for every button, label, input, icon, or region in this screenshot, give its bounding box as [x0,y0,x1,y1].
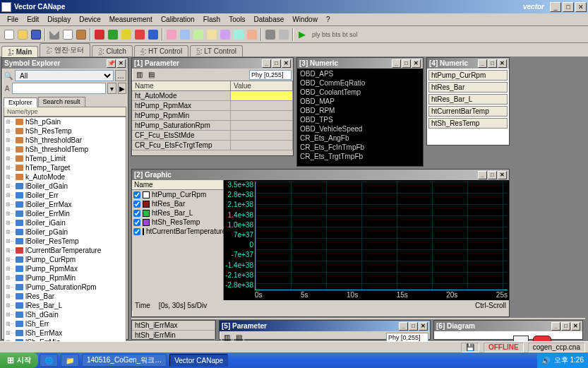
tool-blue[interactable] [147,28,160,41]
graphic-min[interactable]: _ [478,171,487,179]
tool-a[interactable] [165,28,178,41]
tool-d[interactable] [205,28,218,41]
symbol-lSh_Err[interactable]: ⊞┈lSh_Err [4,319,126,328]
panel4-close[interactable]: ✕ [498,59,507,68]
tool-b[interactable] [179,28,191,41]
symbol-hTemp_Limit[interactable]: ⊞┈hTemp_Limit [4,154,126,163]
tool-g[interactable] [246,28,258,41]
tool-green[interactable] [107,28,119,41]
numeric3-0[interactable]: OBD_APS [299,70,421,79]
tool-red[interactable] [93,28,106,41]
panel1-min[interactable]: _ [262,59,271,68]
panel5-max[interactable]: □ [409,322,418,331]
numeric4-2[interactable]: htRes_Bar_L [428,94,508,105]
filter-clear-button[interactable]: … [115,70,126,81]
series-4[interactable]: htCurrentBarTemperature [132,227,223,236]
symbol-lPump_RpmMin[interactable]: ⊞┈lPump_RpmMin [4,273,126,283]
explorer-pin-button[interactable]: 📌 [107,59,116,68]
symbol-hSh_ResTemp[interactable]: ⊞┈hSh_ResTemp [4,126,126,136]
tool-h[interactable] [264,28,277,41]
panel3-max[interactable]: □ [402,59,411,68]
series-1[interactable]: htRes_Bar [132,199,223,208]
series-2[interactable]: htRes_Bar_L [132,208,223,218]
p5-list[interactable]: htSh_iErrMaxhtSh_iErrMinhtBoiler_pGainht… [132,321,215,339]
symbol-lBoiler_ResTemp[interactable]: ⊞┈lBoiler_ResTemp [4,237,126,246]
panel3-close[interactable]: ✕ [412,59,421,68]
symbol-lPump_RpmMax[interactable]: ⊞┈lPump_RpmMax [4,264,126,273]
graphic-close[interactable]: ✕ [498,171,507,179]
p1-tool-a[interactable]: ▥ [133,69,145,80]
explorer-close-button[interactable]: ✕ [116,59,126,68]
filter-go-button[interactable]: ▶ [118,83,126,94]
tray-icon[interactable]: 🔊 [541,357,550,364]
numeric3-1[interactable]: OBD_CommEqRatio [299,79,421,88]
maximize-button[interactable]: □ [563,2,574,12]
tool-new[interactable] [3,28,16,41]
series-check-3[interactable] [133,219,140,226]
numeric3-3[interactable]: OBD_MAP [299,97,421,107]
tab-bar[interactable]: 1: Main2: 엔진·모터3: Clutch4: HT Control5: … [0,43,588,57]
symbol-lSh_ErrMax[interactable]: ⊞┈lSh_ErrMax [4,328,126,338]
menu-window[interactable]: Window [288,15,322,24]
p1-row-5[interactable]: CR_Fcu_EtsFcTrgtTemp [132,141,293,150]
p1-row-2[interactable]: htPump_RpmMin [132,111,293,121]
p1-tool-b[interactable]: ▤ [145,69,157,80]
tool-yellow[interactable] [120,28,133,41]
series-3[interactable]: htSh_ResTemp [132,218,223,227]
graphic-plot-area[interactable]: 3.5e+382.8e+382.1e+381.4e+381.0e+387e+37… [224,180,509,300]
menu-measurement[interactable]: Measurement [105,15,157,24]
p5list-1[interactable]: htSh_iErrMin [132,331,215,340]
explorer-tab-0[interactable]: Explorer [4,97,37,107]
numeric4-1[interactable]: htRes_Bar [428,82,508,93]
numeric3-5[interactable]: OBD_TPS [299,116,421,125]
numeric3-6[interactable]: OBD_VehicleSpeed [299,125,421,134]
numeric4-4[interactable]: htSh_ResTemp [428,118,508,129]
symbol-lSh_dGain[interactable]: ⊞┈lSh_dGain [4,310,126,319]
symbol-lBoiler_ErrMin[interactable]: ⊞┈lBoiler_ErrMin [4,209,126,218]
p1-row-1[interactable]: htPump_RpmMax [132,101,293,111]
tool-paste[interactable] [75,28,88,41]
tab-HT Control[interactable]: 4: HT Control [134,45,188,57]
numeric3-4[interactable]: OBD_RPM [299,107,421,116]
symbol-lBoiler_dGain[interactable]: ⊞┈lBoiler_dGain [4,182,126,191]
task-1[interactable]: Vector CANape [169,354,228,367]
minimize-button[interactable]: _ [550,2,561,12]
tool-i[interactable] [277,28,290,41]
menu-display[interactable]: Display [43,15,75,24]
explorer-tabs[interactable]: ExplorerSearch result [2,95,128,107]
tab-엔진·모터[interactable]: 2: 엔진·모터 [40,43,90,57]
numeric3-9[interactable]: CR_Ets_TrgtTmpFb [299,153,421,162]
symbol-hSh_thresholdTemp[interactable]: ⊞┈hSh_thresholdTemp [4,145,126,154]
symbol-lBoiler_iGain[interactable]: ⊞┈lBoiler_iGain [4,218,126,227]
symbol-hSh_thresholdBar[interactable]: ⊞┈hSh_thresholdBar [4,136,126,145]
series-check-2[interactable] [133,210,140,217]
series-check-1[interactable] [133,201,140,208]
diagram-max[interactable]: □ [561,322,570,331]
series-check-0[interactable] [133,191,140,198]
graphic-series-list[interactable]: htPump_CurRpmhtRes_BarhtRes_Bar_LhtSh_Re… [132,190,223,236]
menu-device[interactable]: Device [75,15,105,24]
p1-rows[interactable]: ht_AutoModehtPump_RpmMaxhtPump_RpmMinhtP… [132,91,293,150]
tab-Main[interactable]: 1: Main [1,46,38,57]
numeric4-0[interactable]: htPump_CurRpm [428,70,508,81]
symbol-lRes_Bar[interactable]: ⊞┈lRes_Bar [4,292,126,301]
panel5-close[interactable]: ✕ [419,322,428,331]
symbol-lBoiler_ErrMax[interactable]: ⊞┈lBoiler_ErrMax [4,200,126,209]
panel1-close[interactable]: ✕ [282,59,291,68]
menubar[interactable]: FileEditDisplayDeviceMeasurementCalibrat… [0,13,588,26]
symbol-lBoiler_pGain[interactable]: ⊞┈lBoiler_pGain [4,227,126,237]
panel4-min[interactable]: _ [478,59,487,68]
tab-Clutch[interactable]: 3: Clutch [92,45,132,57]
symbol-k_AutoMode[interactable]: ⊞┈k_AutoMode [4,172,126,182]
tool-red2[interactable] [133,28,146,41]
tool-f[interactable] [232,28,245,41]
tab-LT Control[interactable]: 5: LT Control [190,45,243,57]
start-button[interactable]: ⊞시작 [0,352,38,368]
numeric3-8[interactable]: CR_Ets_FcInTmpFb [299,143,421,153]
numeric3-7[interactable]: CR_Ets_AngFb [299,134,421,143]
tool-copy[interactable] [61,28,74,41]
diagram-min[interactable]: _ [551,322,560,331]
menu-?[interactable]: ? [322,15,335,24]
symbol-lRes_Bar_L[interactable]: ⊞┈lRes_Bar_L [4,301,126,310]
tool-cut[interactable] [48,28,61,41]
